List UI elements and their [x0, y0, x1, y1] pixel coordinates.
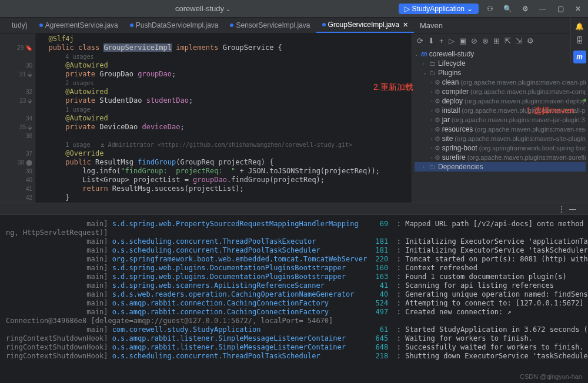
tab[interactable]: SensorServiceImpl.java	[224, 18, 316, 32]
database-icon[interactable]: 🗄	[576, 36, 583, 45]
java-icon	[39, 23, 43, 27]
account-icon[interactable]: ⚇	[485, 4, 495, 14]
annotation-select: 1.选择maven	[526, 106, 574, 116]
target-icon[interactable]: ▣	[459, 36, 466, 45]
plugin-item[interactable]: ›⚙deploy (org.apache.maven.plugins:maven…	[415, 96, 586, 106]
plugin-item[interactable]: ›⚙site (org.apache.maven.plugins:maven-s…	[415, 134, 586, 143]
plugin-item[interactable]: ›⚙compiler (org.apache.maven.plugins:mav…	[415, 87, 586, 96]
plugin-item[interactable]: ›⚙clean (org.apache.maven.plugins:maven-…	[415, 78, 586, 87]
annotation-reload: 2.重新加载	[373, 82, 413, 93]
plugin-item[interactable]: ›⚙resources (org.apache.maven.plugins:ma…	[415, 125, 586, 134]
download-icon[interactable]: ⬇	[428, 36, 435, 45]
plugin-item[interactable]: ›⚙spring-boot (org.springframework.boot:…	[415, 143, 586, 153]
editor[interactable]: @Slf4j public class GroupServiceImpl imp…	[35, 33, 412, 203]
restore-icon[interactable]: ▢	[555, 4, 566, 14]
offline-icon[interactable]: ⊗	[482, 36, 489, 45]
java-icon	[230, 23, 233, 27]
plugin-item[interactable]: ›⚙surefire (org.apache.maven.plugins:mav…	[415, 153, 586, 162]
add-icon[interactable]: +	[439, 36, 444, 45]
console-header: ⋮ ―	[0, 203, 588, 214]
minimize-icon[interactable]: ―	[537, 4, 548, 14]
tab[interactable]: AgreementService.java	[34, 18, 124, 32]
project-dropdown[interactable]: corewell-study	[175, 4, 230, 13]
console[interactable]: main] s.d.spring.web.PropertySourcedRequ…	[0, 214, 588, 383]
collapse-icon[interactable]: ⇱	[505, 36, 511, 45]
tab[interactable]: tudy)	[6, 18, 34, 32]
editor-tabs: tudy) AgreementService.java PushDataServ…	[0, 18, 588, 33]
java-icon	[322, 23, 326, 26]
skip-icon[interactable]: ⊘	[471, 36, 477, 45]
maven-panel: ⟳ ⬇ + ▷ ▣ ⊘ ⊗ ⊞ ⇱ ⇲ ⚙ ⌄m corewell-study …	[412, 33, 588, 203]
run-icon[interactable]: ▷	[449, 36, 455, 45]
close-tab-icon[interactable]: ✕	[403, 21, 408, 29]
maven-settings-icon[interactable]: ⚙	[527, 36, 534, 45]
title-bar: corewell-study StudyApplication ⌄ ⚇ 🔍 ⚙ …	[0, 0, 588, 18]
notifications-icon[interactable]: 🔔	[575, 22, 584, 31]
expand-icon[interactable]: ⇲	[516, 36, 522, 45]
run-button[interactable]: StudyApplication ⌄	[399, 4, 479, 14]
java-icon	[130, 23, 133, 27]
graph-icon[interactable]: ⊞	[493, 36, 500, 45]
tab-active[interactable]: GroupServiceImpl.java✕	[316, 18, 414, 33]
maven-toolbar: ⟳ ⬇ + ▷ ▣ ⊘ ⊗ ⊞ ⇱ ⇲ ⚙	[412, 33, 588, 48]
right-tool-rail: 🔔 🗄 m	[570, 18, 588, 63]
settings-icon[interactable]: ⚙	[520, 4, 530, 14]
watermark: CSDN @qingyun-han	[520, 373, 582, 380]
close-icon[interactable]: ✕	[573, 4, 583, 14]
maven-tool-icon[interactable]: m	[573, 51, 586, 63]
maven-panel-title: Maven	[420, 21, 443, 30]
status-dot	[583, 99, 586, 102]
plugin-item[interactable]: ›⚙jar (org.apache.maven.plugins:maven-ja…	[415, 115, 586, 125]
gutter: 29 🔖 30 31 ⬙ 32 33 ⬙ 34 35 ⬙ 36 37 38 ⬤ …	[0, 33, 35, 203]
search-icon[interactable]: 🔍	[502, 4, 513, 14]
tab[interactable]: PushDataServiceImpl.java	[124, 18, 225, 32]
reload-icon[interactable]: ⟳	[417, 36, 423, 45]
